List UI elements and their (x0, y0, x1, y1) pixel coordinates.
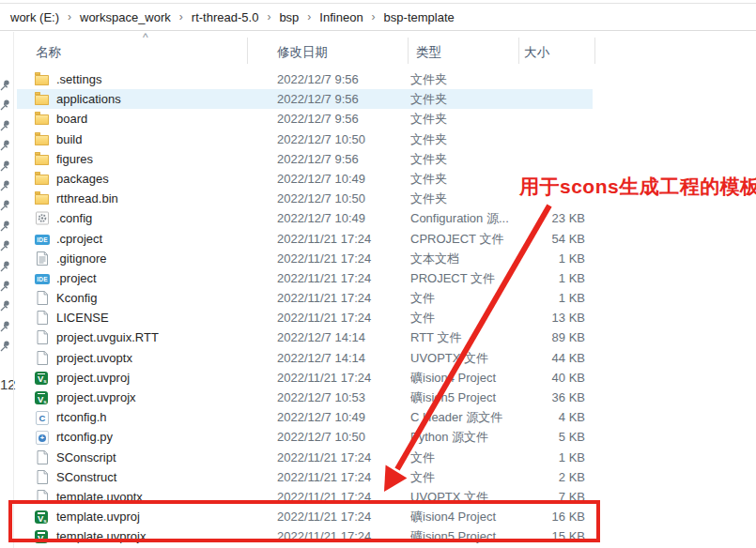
file-date: 2022/11/21 17:24 (277, 288, 371, 308)
file-name[interactable]: project.uvprojx (56, 388, 136, 407)
file-size: 36 KB (468, 388, 585, 407)
pushpin-icon (0, 118, 10, 130)
file-date: 2022/12/7 10:50 (277, 189, 365, 208)
file-name[interactable]: .cproject (56, 229, 102, 249)
c-header-file-icon: C (35, 409, 51, 425)
file-name[interactable]: project.uvproj (56, 368, 130, 388)
file-row[interactable]: SConscript2022/11/21 17:24文件1 KB (17, 448, 593, 467)
file-name[interactable]: figures (56, 149, 93, 169)
file-name[interactable]: SConscript (56, 448, 116, 467)
file-size: 54 KB (468, 229, 585, 249)
column-header-date[interactable]: 修改日期 (277, 44, 328, 61)
pushpin-icon (0, 178, 10, 190)
pushpin-icon (0, 238, 10, 251)
file-name[interactable]: .config (56, 208, 92, 228)
sort-ascending-icon[interactable]: ^ (143, 31, 148, 44)
file-name[interactable]: LICENSE (56, 308, 109, 327)
generic-file-icon (35, 290, 51, 306)
column-header-name[interactable]: 名称 (36, 44, 61, 61)
file-row[interactable]: project.uvguix.RTT2022/12/7 14:14RTT 文件8… (17, 327, 593, 347)
file-row[interactable]: IDE.project2022/11/21 17:24PROJECT 文件1 K… (17, 268, 593, 288)
file-name[interactable]: .gitignore (56, 249, 106, 268)
file-name[interactable]: rtthread.bin (56, 189, 118, 208)
file-date: 2022/11/21 17:24 (277, 467, 371, 487)
explorer-window: { "breadcrumb": { "separator": "\u203a",… (0, 0, 756, 548)
generic-file-icon (35, 469, 51, 485)
file-row[interactable]: Vsproject.uvproj2022/11/21 17:24礦ision4 … (17, 368, 593, 388)
pushpin-icon (0, 298, 10, 311)
file-row[interactable]: .config2022/12/7 10:49Configuration 源...… (17, 208, 593, 228)
file-size: 1 KB (468, 448, 585, 467)
file-name[interactable]: rtconfig.h (56, 407, 106, 427)
file-name[interactable]: applications (56, 89, 121, 109)
file-name[interactable]: .settings (56, 69, 101, 89)
file-size: 2 KB (468, 467, 585, 487)
file-date: 2022/11/21 17:24 (277, 368, 371, 388)
file-name[interactable]: project.uvguix.RTT (56, 327, 159, 347)
file-type: 文件 (410, 467, 435, 487)
pushpin-icon (0, 279, 10, 291)
column-divider[interactable] (247, 38, 248, 64)
file-row[interactable]: IDE.cproject2022/11/21 17:24CPROJECT 文件5… (17, 229, 593, 249)
file-row[interactable]: figures2022/12/7 9:56文件夹 (17, 149, 593, 169)
file-name[interactable]: board (56, 109, 87, 129)
file-size: 4 KB (468, 407, 585, 427)
file-row[interactable]: applications2022/12/7 9:56文件夹 (17, 89, 593, 109)
column-header-row: ^ 名称 修改日期 类型 大小 (0, 0, 756, 69)
file-row[interactable]: .gitignore2022/11/21 17:24文本文档1 KB (17, 249, 593, 268)
file-size: 13 KB (468, 308, 585, 327)
file-row[interactable]: Vsproject.uvprojx2022/12/7 10:53礦ision5 … (17, 388, 593, 407)
file-row[interactable]: LICENSE2022/11/21 17:24文件13 KB (17, 308, 593, 327)
file-row[interactable]: .settings2022/12/7 9:56文件夹 (17, 69, 593, 89)
file-type: 文件夹 (410, 149, 447, 169)
file-name[interactable]: packages (56, 169, 109, 189)
text-document-icon (35, 251, 51, 266)
column-header-size[interactable]: 大小 (524, 44, 549, 61)
column-header-type[interactable]: 类型 (416, 44, 441, 61)
gear-icon (35, 210, 51, 226)
file-row[interactable]: Kconfig2022/11/21 17:24文件1 KB (17, 288, 593, 308)
file-date: 2022/12/7 10:50 (277, 427, 365, 447)
file-name[interactable]: project.uvoptx (56, 348, 132, 368)
file-name[interactable]: .project (56, 268, 97, 288)
file-type: 文件夹 (410, 189, 447, 208)
file-date: 2022/12/7 9:56 (277, 149, 359, 169)
file-row[interactable]: rtthread.bin2022/12/7 10:50文件夹 (17, 189, 593, 208)
pushpin-icon (0, 339, 10, 351)
file-date: 2022/12/7 10:50 (277, 129, 365, 149)
pushpin-icon (0, 259, 10, 271)
pushpin-icon (0, 138, 10, 150)
folder-icon (35, 111, 51, 127)
column-divider[interactable] (408, 38, 409, 64)
folder-icon (35, 171, 51, 187)
file-date: 2022/11/21 17:24 (277, 448, 371, 467)
file-type: 文件 (410, 448, 435, 467)
pushpin-icon (0, 78, 10, 90)
pushpin-icon (0, 319, 10, 331)
file-name[interactable]: build (56, 129, 82, 149)
file-row[interactable]: board2022/12/7 9:56文件夹 (17, 109, 593, 129)
file-size: 89 KB (468, 327, 585, 347)
file-row[interactable]: Crtconfig.h2022/12/7 10:49C Header 源文件4 … (17, 407, 593, 427)
file-name[interactable]: rtconfig.py (56, 427, 113, 447)
file-name[interactable]: Kconfig (56, 288, 97, 308)
folder-icon (35, 190, 51, 206)
file-row[interactable]: +rtconfig.py2022/12/7 10:50Python 源文件5 K… (17, 427, 593, 447)
eclipse-ide-file-icon: IDE (35, 231, 51, 247)
file-row[interactable]: build2022/12/7 10:50文件夹 (17, 129, 593, 149)
file-row[interactable]: SConstruct2022/11/21 17:24文件2 KB (17, 467, 593, 487)
eclipse-ide-file-icon: IDE (35, 270, 51, 286)
file-row[interactable]: packages2022/12/7 10:49文件夹 (17, 169, 593, 189)
file-date: 2022/12/7 10:49 (277, 169, 365, 189)
generic-file-icon (35, 310, 51, 326)
pushpin-icon (0, 98, 10, 110)
file-type: RTT 文件 (410, 327, 461, 347)
file-name[interactable]: SConstruct (56, 467, 116, 487)
column-divider[interactable] (518, 38, 519, 64)
file-row[interactable]: project.uvoptx2022/12/7 14:14UVOPTX 文件44… (17, 348, 593, 368)
folder-icon (35, 151, 51, 167)
file-date: 2022/11/21 17:24 (277, 308, 371, 327)
file-size: 1 KB (468, 268, 585, 288)
column-divider[interactable] (594, 38, 595, 64)
file-list: .settings2022/12/7 9:56文件夹applications20… (17, 69, 593, 547)
